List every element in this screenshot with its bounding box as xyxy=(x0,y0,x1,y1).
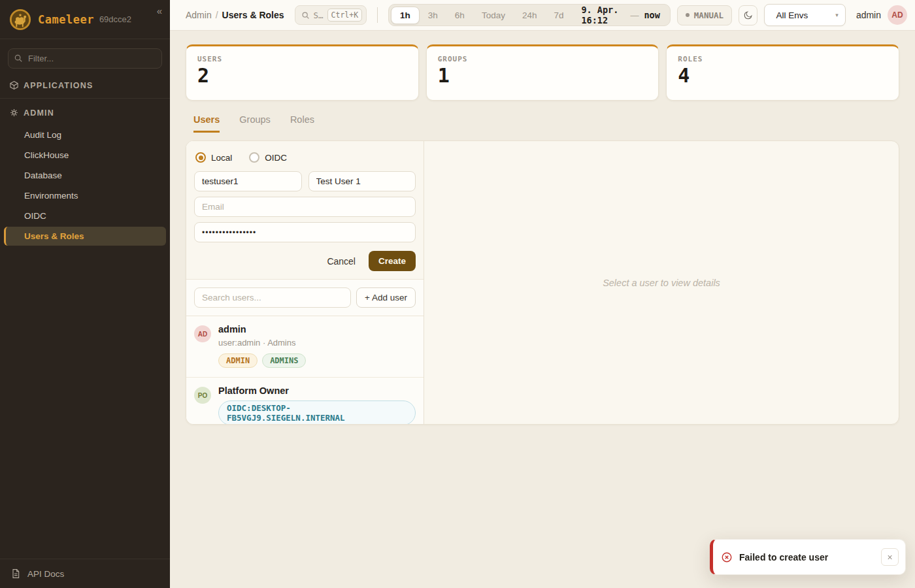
add-user-button[interactable]: + Add user xyxy=(356,287,416,308)
content: USERS 2 GROUPS 1 ROLES 4 Users Groups Ro… xyxy=(170,31,915,588)
user-avatar[interactable]: AD xyxy=(888,5,907,25)
oidc-provider-badge: OIDC:DESKTOP-FB5VGJ9.SIEGELN.INTERNAL xyxy=(218,400,416,425)
topbar: Admin / Users & Roles S… Ctrl+K 1h 3h 6h… xyxy=(170,0,915,31)
admin-nav: Audit Log ClickHouse Database Environmen… xyxy=(0,124,170,247)
moon-icon xyxy=(743,10,753,20)
role-badge: ADMIN xyxy=(218,353,258,368)
api-docs-link[interactable]: API Docs xyxy=(0,559,170,588)
user-type-radio-group: Local OIDC xyxy=(195,152,416,163)
global-search-placeholder: S… xyxy=(314,10,324,20)
time-from[interactable]: 9. Apr. 16:12 xyxy=(572,5,630,25)
section-admin[interactable]: ADMIN xyxy=(0,100,170,124)
error-toast: Failed to create user × xyxy=(710,539,906,575)
users-panel: Local OIDC Cancel xyxy=(186,140,899,425)
email-field[interactable] xyxy=(194,197,416,217)
shortcut-badge: Ctrl+K xyxy=(327,8,363,22)
sidebar-item-database[interactable]: Database xyxy=(4,166,166,185)
breadcrumb-admin[interactable]: Admin xyxy=(186,10,212,20)
environment-value: All Envs xyxy=(776,10,808,20)
sidebar-item-clickhouse[interactable]: ClickHouse xyxy=(4,146,166,165)
user-name: admin xyxy=(218,324,306,335)
time-to[interactable]: now xyxy=(639,10,667,20)
stat-value: 1 xyxy=(438,65,648,86)
time-range-3h[interactable]: 3h xyxy=(420,7,446,24)
stat-label: ROLES xyxy=(678,55,888,63)
section-applications[interactable]: APPLICATIONS xyxy=(0,73,170,97)
time-range-24h[interactable]: 24h xyxy=(514,7,546,24)
current-user-name: admin xyxy=(856,10,881,20)
stat-card-users: USERS 2 xyxy=(186,44,419,101)
create-button[interactable]: Create xyxy=(369,251,416,271)
cube-icon xyxy=(9,80,19,90)
app-title: Cameleer xyxy=(38,13,94,26)
stat-label: USERS xyxy=(197,55,407,63)
breadcrumb: Admin / Users & Roles xyxy=(186,10,284,20)
display-name-field[interactable] xyxy=(308,171,416,191)
refresh-mode-badge[interactable]: MANUAL xyxy=(677,5,732,25)
username-field[interactable] xyxy=(194,171,302,191)
error-circle-icon xyxy=(721,551,733,563)
sidebar-item-audit-log[interactable]: Audit Log xyxy=(4,125,166,144)
sidebar-item-users-roles[interactable]: Users & Roles xyxy=(4,227,166,246)
user-name: Platform Owner xyxy=(218,385,416,396)
group-badge: ADMINS xyxy=(262,353,306,368)
time-range-control: 1h 3h 6h Today 24h 7d 9. Apr. 16:12 — no… xyxy=(388,4,671,26)
user-list-toolbar: + Add user xyxy=(186,280,424,316)
toast-message: Failed to create user xyxy=(739,552,874,563)
time-range-6h[interactable]: 6h xyxy=(446,7,473,24)
stat-card-roles: ROLES 4 xyxy=(666,44,899,101)
sidebar-item-environments[interactable]: Environments xyxy=(4,186,166,205)
user-meta: user:admin · Admins xyxy=(218,338,306,348)
sidebar-header: Cameleer 69dcce2 « xyxy=(0,0,170,39)
tab-groups[interactable]: Groups xyxy=(239,114,271,133)
cameleer-logo-icon[interactable] xyxy=(9,8,31,31)
password-field[interactable] xyxy=(194,222,416,242)
version-hash: 69dcce2 xyxy=(99,14,131,24)
sidebar-item-oidc[interactable]: OIDC xyxy=(4,206,166,225)
stat-value: 2 xyxy=(197,65,407,86)
radio-local-label: Local xyxy=(211,153,232,163)
cancel-button[interactable]: Cancel xyxy=(320,252,362,270)
sidebar-filter-input[interactable] xyxy=(8,48,162,69)
breadcrumb-separator: / xyxy=(216,10,218,20)
mode-dot-icon xyxy=(686,13,690,17)
user-row-body: admin user:admin · Admins ADMIN ADMINS xyxy=(218,324,306,368)
gear-icon xyxy=(9,108,19,118)
stat-label: GROUPS xyxy=(438,55,648,63)
avatar: AD xyxy=(194,325,211,342)
environment-select[interactable]: All Envs ▾ xyxy=(764,4,846,26)
section-label: APPLICATIONS xyxy=(24,81,93,90)
sidebar-collapse-button[interactable]: « xyxy=(157,5,162,16)
users-left-column: Local OIDC Cancel xyxy=(186,141,424,424)
user-row-body: Platform Owner OIDC:DESKTOP-FB5VGJ9.SIEG… xyxy=(218,385,416,425)
radio-local[interactable]: Local xyxy=(195,152,232,163)
sidebar-divider xyxy=(0,98,170,99)
user-details-panel: Select a user to view details xyxy=(424,141,899,424)
mode-label: MANUAL xyxy=(694,10,724,20)
avatar: PO xyxy=(194,387,211,404)
tab-bar: Users Groups Roles xyxy=(193,114,891,133)
radio-oidc[interactable]: OIDC xyxy=(249,152,287,163)
time-range-1h[interactable]: 1h xyxy=(391,7,420,24)
badge-row: ADMIN ADMINS xyxy=(218,353,306,368)
global-search[interactable]: S… Ctrl+K xyxy=(295,5,367,25)
search-users-input[interactable] xyxy=(194,287,351,308)
time-range-today[interactable]: Today xyxy=(473,7,514,24)
chevron-down-icon: ▾ xyxy=(835,12,839,18)
time-range-7d[interactable]: 7d xyxy=(545,7,572,24)
user-row-admin[interactable]: AD admin user:admin · Admins ADMIN ADMIN… xyxy=(186,316,424,378)
user-row-platform-owner[interactable]: PO Platform Owner OIDC:DESKTOP-FB5VGJ9.S… xyxy=(186,378,424,425)
breadcrumb-current: Users & Roles xyxy=(222,10,284,20)
tab-users[interactable]: Users xyxy=(193,114,220,133)
form-actions: Cancel Create xyxy=(194,251,416,271)
topbar-divider xyxy=(377,7,378,23)
radio-selected-icon xyxy=(195,152,206,163)
api-docs-label: API Docs xyxy=(27,569,64,579)
main-area: Admin / Users & Roles S… Ctrl+K 1h 3h 6h… xyxy=(170,0,915,588)
document-icon xyxy=(10,568,21,579)
section-label: ADMIN xyxy=(24,108,54,118)
tab-roles[interactable]: Roles xyxy=(290,114,314,133)
theme-toggle-button[interactable] xyxy=(739,5,757,25)
sidebar: Cameleer 69dcce2 « APPLICATIONS ADMIN Au… xyxy=(0,0,170,588)
toast-close-button[interactable]: × xyxy=(881,548,899,566)
